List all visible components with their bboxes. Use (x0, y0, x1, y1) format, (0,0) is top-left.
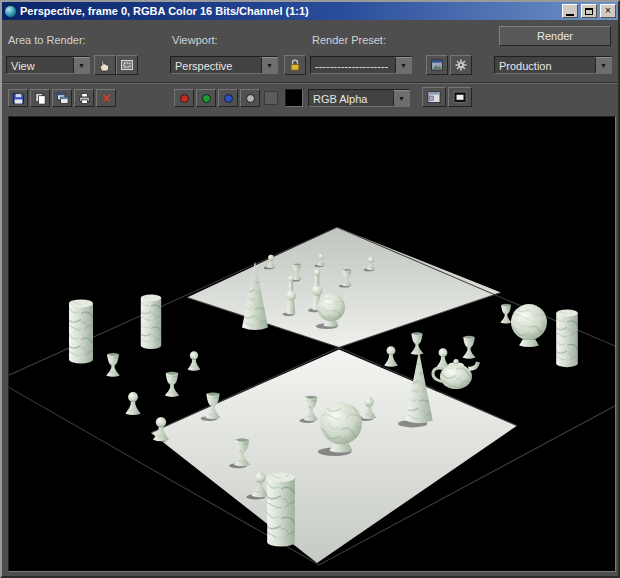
environment-dialog-button[interactable] (450, 55, 472, 75)
viewport-label: Viewport: (172, 34, 218, 46)
save-image-button[interactable] (8, 89, 28, 107)
area-to-render-label: Area to Render: (8, 34, 86, 46)
green-channel-button[interactable] (196, 89, 216, 107)
chevron-down-icon[interactable]: ▼ (73, 57, 89, 73)
render-preset-select[interactable]: -------------------- ▼ (310, 56, 412, 74)
gear-icon (454, 58, 468, 72)
maximize-button[interactable] (581, 4, 597, 18)
region-icon (120, 58, 134, 72)
render-mode-select[interactable]: Production ▼ (494, 56, 612, 74)
alpha-channel-button[interactable] (264, 91, 278, 105)
copy-icon (34, 92, 47, 105)
lock-icon (288, 58, 302, 72)
area-to-render-value: View (7, 57, 73, 73)
render-button[interactable]: Render (499, 26, 611, 46)
chevron-down-icon[interactable]: ▼ (595, 57, 611, 73)
blue-channel-button[interactable] (218, 89, 238, 107)
window-title: Perspective, frame 0, RGBA Color 16 Bits… (20, 5, 559, 17)
print-image-button[interactable] (74, 89, 94, 107)
window-icon (4, 5, 17, 18)
render-controls: Area to Render: Viewport: Render Preset:… (2, 20, 618, 114)
pan-tool-button[interactable] (94, 55, 116, 75)
layout-a-button[interactable] (422, 87, 446, 107)
render-setup-icon (430, 58, 444, 72)
background-color-swatch[interactable] (285, 89, 303, 107)
chevron-down-icon[interactable]: ▼ (393, 90, 409, 106)
render-preset-label: Render Preset: (312, 34, 386, 46)
toolbar-separator (2, 82, 618, 84)
copy-image-button[interactable] (30, 89, 50, 107)
maximize-icon (585, 8, 593, 15)
chevron-down-icon[interactable]: ▼ (261, 57, 277, 73)
red-channel-button[interactable] (174, 89, 194, 107)
hand-icon (98, 58, 112, 72)
minimize-button[interactable] (562, 4, 578, 18)
toggle-ui-icon (453, 91, 467, 104)
area-to-render-select[interactable]: View ▼ (6, 56, 90, 74)
save-icon (12, 92, 25, 105)
blue-channel-icon (224, 94, 233, 103)
rendered-frame-window: Perspective, frame 0, RGBA Color 16 Bits… (0, 0, 620, 578)
render-mode-value: Production (495, 57, 595, 73)
rendered-image (9, 117, 615, 571)
minimize-icon (566, 14, 574, 16)
clone-window-button[interactable] (52, 89, 72, 107)
lock-viewport-button[interactable] (284, 55, 306, 75)
viewport-value: Perspective (171, 57, 261, 73)
render-setup-button[interactable] (426, 55, 448, 75)
viewport-select[interactable]: Perspective ▼ (170, 56, 278, 74)
chevron-down-icon[interactable]: ▼ (395, 57, 411, 73)
window-panes-icon (427, 91, 441, 104)
close-button[interactable]: × (600, 4, 616, 18)
red-channel-icon (180, 94, 189, 103)
render-preset-value: -------------------- (311, 57, 395, 73)
clear-image-button[interactable]: × (96, 89, 116, 107)
render-viewport (8, 116, 616, 572)
channel-display-value: RGB Alpha (309, 90, 393, 106)
monochrome-icon (246, 94, 255, 103)
sub-region-button[interactable] (116, 55, 138, 75)
green-channel-icon (202, 94, 211, 103)
toggle-ui-button[interactable] (448, 87, 472, 107)
monochrome-button[interactable] (240, 89, 260, 107)
clear-icon: × (102, 92, 110, 104)
title-bar[interactable]: Perspective, frame 0, RGBA Color 16 Bits… (2, 2, 618, 20)
printer-icon (78, 92, 91, 105)
clone-window-icon (56, 92, 69, 105)
channel-display-select[interactable]: RGB Alpha ▼ (308, 89, 410, 107)
